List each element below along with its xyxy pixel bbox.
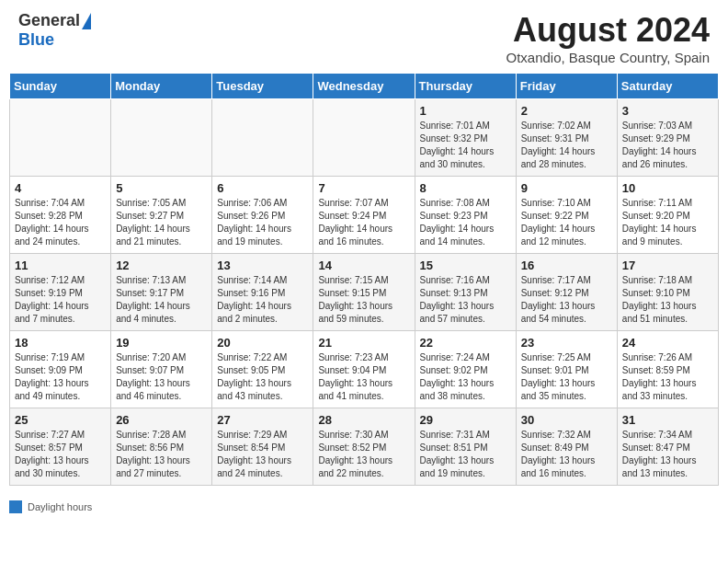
day-number: 9 bbox=[521, 181, 612, 195]
day-number: 27 bbox=[217, 413, 308, 427]
day-number: 6 bbox=[217, 181, 308, 195]
day-info: Sunrise: 7:02 AM Sunset: 9:31 PM Dayligh… bbox=[521, 120, 612, 171]
day-info: Sunrise: 7:03 AM Sunset: 9:29 PM Dayligh… bbox=[622, 120, 713, 171]
day-info: Sunrise: 7:14 AM Sunset: 9:16 PM Dayligh… bbox=[217, 274, 308, 326]
calendar-cell: 5Sunrise: 7:05 AM Sunset: 9:27 PM Daylig… bbox=[111, 177, 212, 254]
calendar-cell: 28Sunrise: 7:30 AM Sunset: 8:52 PM Dayli… bbox=[313, 408, 415, 486]
day-number: 13 bbox=[217, 259, 308, 272]
day-info: Sunrise: 7:16 AM Sunset: 9:13 PM Dayligh… bbox=[420, 274, 511, 326]
day-info: Sunrise: 7:25 AM Sunset: 9:01 PM Dayligh… bbox=[521, 351, 612, 403]
day-number: 20 bbox=[217, 336, 308, 350]
calendar-cell: 21Sunrise: 7:23 AM Sunset: 9:04 PM Dayli… bbox=[313, 331, 415, 408]
calendar-cell: 20Sunrise: 7:22 AM Sunset: 9:05 PM Dayli… bbox=[212, 331, 313, 408]
weekday-header-friday: Friday bbox=[516, 74, 617, 99]
weekday-header-monday: Monday bbox=[111, 74, 212, 99]
day-info: Sunrise: 7:31 AM Sunset: 8:51 PM Dayligh… bbox=[420, 429, 511, 480]
day-number: 5 bbox=[116, 181, 207, 195]
day-info: Sunrise: 7:30 AM Sunset: 8:52 PM Dayligh… bbox=[318, 429, 409, 480]
day-number: 26 bbox=[116, 413, 207, 427]
day-number: 29 bbox=[420, 413, 511, 427]
calendar-cell: 13Sunrise: 7:14 AM Sunset: 9:16 PM Dayli… bbox=[212, 254, 313, 331]
calendar-cell: 6Sunrise: 7:06 AM Sunset: 9:26 PM Daylig… bbox=[212, 177, 313, 254]
day-info: Sunrise: 7:04 AM Sunset: 9:28 PM Dayligh… bbox=[15, 197, 106, 248]
day-number: 18 bbox=[15, 336, 106, 350]
calendar-week-row: 11Sunrise: 7:12 AM Sunset: 9:19 PM Dayli… bbox=[10, 254, 719, 331]
calendar-cell: 31Sunrise: 7:34 AM Sunset: 8:47 PM Dayli… bbox=[617, 408, 718, 486]
day-number: 10 bbox=[622, 181, 713, 195]
weekday-header-sunday: Sunday bbox=[10, 74, 111, 99]
calendar-cell: 7Sunrise: 7:07 AM Sunset: 9:24 PM Daylig… bbox=[313, 177, 415, 254]
day-number: 30 bbox=[521, 413, 612, 427]
location-subtitle: Otxandio, Basque Country, Spain bbox=[506, 50, 710, 65]
calendar-cell: 15Sunrise: 7:16 AM Sunset: 9:13 PM Dayli… bbox=[415, 254, 516, 331]
day-number: 31 bbox=[622, 413, 713, 427]
title-area: August 2024 Otxandio, Basque Country, Sp… bbox=[506, 11, 710, 65]
day-info: Sunrise: 7:15 AM Sunset: 9:15 PM Dayligh… bbox=[318, 274, 409, 326]
day-number: 24 bbox=[622, 336, 713, 350]
calendar-body: 1Sunrise: 7:01 AM Sunset: 9:32 PM Daylig… bbox=[10, 99, 719, 486]
day-info: Sunrise: 7:34 AM Sunset: 8:47 PM Dayligh… bbox=[622, 429, 713, 480]
day-info: Sunrise: 7:23 AM Sunset: 9:04 PM Dayligh… bbox=[318, 351, 409, 403]
day-info: Sunrise: 7:22 AM Sunset: 9:05 PM Dayligh… bbox=[217, 351, 308, 403]
legend-label: Daylight hours bbox=[28, 501, 92, 512]
day-info: Sunrise: 7:29 AM Sunset: 8:54 PM Dayligh… bbox=[217, 429, 308, 480]
day-number: 12 bbox=[116, 259, 207, 272]
calendar-cell: 11Sunrise: 7:12 AM Sunset: 9:19 PM Dayli… bbox=[10, 254, 111, 331]
logo-general-text: General bbox=[18, 11, 80, 30]
calendar-week-row: 4Sunrise: 7:04 AM Sunset: 9:28 PM Daylig… bbox=[10, 177, 719, 254]
calendar-cell bbox=[10, 99, 111, 177]
day-number: 17 bbox=[622, 259, 713, 272]
logo-blue-text: Blue bbox=[18, 30, 54, 50]
day-info: Sunrise: 7:08 AM Sunset: 9:23 PM Dayligh… bbox=[420, 197, 511, 248]
weekday-row: SundayMondayTuesdayWednesdayThursdayFrid… bbox=[10, 74, 719, 99]
day-info: Sunrise: 7:27 AM Sunset: 8:57 PM Dayligh… bbox=[15, 429, 106, 480]
day-info: Sunrise: 7:10 AM Sunset: 9:22 PM Dayligh… bbox=[521, 197, 612, 248]
calendar-cell: 18Sunrise: 7:19 AM Sunset: 9:09 PM Dayli… bbox=[10, 331, 111, 408]
day-info: Sunrise: 7:13 AM Sunset: 9:17 PM Dayligh… bbox=[116, 274, 207, 326]
day-number: 11 bbox=[15, 259, 106, 272]
weekday-header-thursday: Thursday bbox=[415, 74, 516, 99]
day-info: Sunrise: 7:28 AM Sunset: 8:56 PM Dayligh… bbox=[116, 429, 207, 480]
calendar-cell: 2Sunrise: 7:02 AM Sunset: 9:31 PM Daylig… bbox=[516, 99, 617, 177]
calendar-cell bbox=[212, 99, 313, 177]
day-info: Sunrise: 7:05 AM Sunset: 9:27 PM Dayligh… bbox=[116, 197, 207, 248]
day-number: 22 bbox=[420, 336, 511, 350]
day-info: Sunrise: 7:12 AM Sunset: 9:19 PM Dayligh… bbox=[15, 274, 106, 326]
calendar-week-row: 1Sunrise: 7:01 AM Sunset: 9:32 PM Daylig… bbox=[10, 99, 719, 177]
calendar-header: SundayMondayTuesdayWednesdayThursdayFrid… bbox=[10, 74, 719, 99]
calendar-cell: 23Sunrise: 7:25 AM Sunset: 9:01 PM Dayli… bbox=[516, 331, 617, 408]
calendar-cell: 26Sunrise: 7:28 AM Sunset: 8:56 PM Dayli… bbox=[111, 408, 212, 486]
calendar-week-row: 18Sunrise: 7:19 AM Sunset: 9:09 PM Dayli… bbox=[10, 331, 719, 408]
calendar-cell: 22Sunrise: 7:24 AM Sunset: 9:02 PM Dayli… bbox=[415, 331, 516, 408]
calendar-cell: 4Sunrise: 7:04 AM Sunset: 9:28 PM Daylig… bbox=[10, 177, 111, 254]
calendar-cell: 29Sunrise: 7:31 AM Sunset: 8:51 PM Dayli… bbox=[415, 408, 516, 486]
calendar-table: SundayMondayTuesdayWednesdayThursdayFrid… bbox=[9, 73, 719, 486]
calendar-cell: 1Sunrise: 7:01 AM Sunset: 9:32 PM Daylig… bbox=[415, 99, 516, 177]
day-number: 14 bbox=[318, 259, 409, 272]
day-number: 16 bbox=[521, 259, 612, 272]
calendar-cell: 10Sunrise: 7:11 AM Sunset: 9:20 PM Dayli… bbox=[617, 177, 718, 254]
calendar-week-row: 25Sunrise: 7:27 AM Sunset: 8:57 PM Dayli… bbox=[10, 408, 719, 486]
calendar-cell bbox=[111, 99, 212, 177]
day-number: 23 bbox=[521, 336, 612, 350]
calendar-cell: 25Sunrise: 7:27 AM Sunset: 8:57 PM Dayli… bbox=[10, 408, 111, 486]
day-number: 19 bbox=[116, 336, 207, 350]
weekday-header-tuesday: Tuesday bbox=[212, 74, 313, 99]
day-info: Sunrise: 7:18 AM Sunset: 9:10 PM Dayligh… bbox=[622, 274, 713, 326]
day-info: Sunrise: 7:20 AM Sunset: 9:07 PM Dayligh… bbox=[116, 351, 207, 403]
day-info: Sunrise: 7:06 AM Sunset: 9:26 PM Dayligh… bbox=[217, 197, 308, 248]
calendar-cell: 14Sunrise: 7:15 AM Sunset: 9:15 PM Dayli… bbox=[313, 254, 415, 331]
calendar-cell: 16Sunrise: 7:17 AM Sunset: 9:12 PM Dayli… bbox=[516, 254, 617, 331]
day-info: Sunrise: 7:17 AM Sunset: 9:12 PM Dayligh… bbox=[521, 274, 612, 326]
calendar-cell: 3Sunrise: 7:03 AM Sunset: 9:29 PM Daylig… bbox=[617, 99, 718, 177]
day-info: Sunrise: 7:01 AM Sunset: 9:32 PM Dayligh… bbox=[420, 120, 511, 171]
calendar-cell: 9Sunrise: 7:10 AM Sunset: 9:22 PM Daylig… bbox=[516, 177, 617, 254]
calendar-cell: 30Sunrise: 7:32 AM Sunset: 8:49 PM Dayli… bbox=[516, 408, 617, 486]
legend-box-icon bbox=[9, 500, 22, 513]
logo: General Blue bbox=[18, 11, 91, 50]
page-header: General Blue August 2024 Otxandio, Basqu… bbox=[0, 0, 728, 73]
day-info: Sunrise: 7:32 AM Sunset: 8:49 PM Dayligh… bbox=[521, 429, 612, 480]
day-number: 7 bbox=[318, 181, 409, 195]
day-number: 15 bbox=[420, 259, 511, 272]
day-number: 2 bbox=[521, 104, 612, 118]
